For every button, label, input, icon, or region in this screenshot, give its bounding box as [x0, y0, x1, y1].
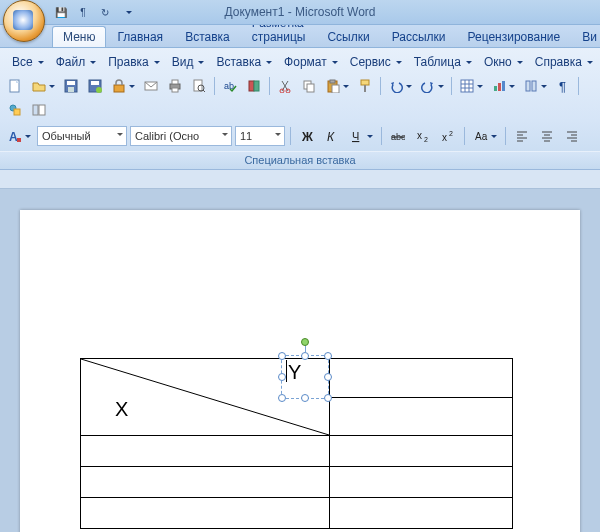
resize-handle-sw[interactable] — [278, 394, 286, 402]
paste-button[interactable] — [322, 75, 352, 97]
table-cell[interactable] — [81, 498, 330, 529]
research-button[interactable] — [243, 75, 265, 97]
table-cell[interactable] — [330, 467, 513, 498]
print-preview-button[interactable] — [188, 75, 210, 97]
menu-file[interactable]: Файл — [50, 53, 103, 71]
insert-table-button[interactable] — [456, 75, 486, 97]
doc-map-button[interactable] — [28, 99, 50, 121]
table-header-cell[interactable]: X Y — [81, 359, 330, 436]
open-button[interactable] — [28, 75, 58, 97]
page[interactable]: X Y — [20, 210, 580, 532]
new-doc-button[interactable] — [4, 75, 26, 97]
insert-chart-button[interactable] — [488, 75, 518, 97]
table-cell[interactable] — [330, 436, 513, 467]
ribbon: Все Файл Правка Вид Вставка Формат Серви… — [0, 48, 600, 170]
menu-help[interactable]: Справка — [529, 53, 599, 71]
resize-handle-w[interactable] — [278, 373, 286, 381]
separator — [380, 77, 381, 95]
drawing-button[interactable] — [4, 99, 26, 121]
pilcrow-icon[interactable]: ¶ — [74, 3, 92, 21]
standard-toolbar: ab ¶ — [0, 73, 600, 123]
print-button[interactable] — [164, 75, 186, 97]
styles-button[interactable]: A — [4, 125, 34, 147]
svg-rect-23 — [330, 80, 335, 83]
qat-customize-dropdown[interactable] — [118, 3, 136, 21]
permission-button[interactable] — [108, 75, 138, 97]
tab-insert[interactable]: Вставка — [174, 26, 241, 47]
svg-rect-26 — [364, 85, 366, 92]
tab-home[interactable]: Главная — [106, 26, 174, 47]
mail-button[interactable] — [140, 75, 162, 97]
change-case-button[interactable]: Aa — [470, 125, 500, 147]
menu-window[interactable]: Окно — [478, 53, 529, 71]
copy-button[interactable] — [298, 75, 320, 97]
save-as-button[interactable] — [84, 75, 106, 97]
font-combo[interactable]: Calibri (Осно — [130, 126, 232, 146]
spellcheck-button[interactable]: ab — [219, 75, 241, 97]
resize-handle-ne[interactable] — [324, 352, 332, 360]
align-center-button[interactable] — [536, 125, 558, 147]
svg-text:A: A — [9, 130, 18, 143]
svg-rect-2 — [67, 81, 75, 85]
style-combo[interactable]: Обычный — [37, 126, 127, 146]
document-table[interactable]: X Y — [80, 358, 513, 529]
tab-view[interactable]: Ви — [571, 26, 600, 47]
window-title: Документ1 - Microsoft Word — [224, 5, 375, 19]
resize-handle-n[interactable] — [301, 352, 309, 360]
rotation-handle[interactable] — [301, 338, 309, 346]
tab-references[interactable]: Ссылки — [316, 26, 380, 47]
svg-rect-41 — [39, 105, 45, 115]
text-cursor — [286, 360, 287, 382]
ribbon-group-caption: Специальная вставка — [0, 151, 600, 169]
resize-handle-se[interactable] — [324, 394, 332, 402]
subscript-button[interactable]: x2 — [412, 125, 434, 147]
redo-button[interactable] — [417, 75, 447, 97]
bold-button[interactable]: Ж — [296, 125, 318, 147]
svg-rect-7 — [114, 85, 124, 92]
svg-rect-24 — [332, 85, 339, 93]
table-cell[interactable] — [330, 397, 513, 436]
menu-edit[interactable]: Правка — [102, 53, 166, 71]
save-icon[interactable]: 💾 — [52, 3, 70, 21]
svg-rect-39 — [14, 109, 20, 115]
menu-table[interactable]: Таблица — [408, 53, 478, 71]
classic-menubar: Все Файл Правка Вид Вставка Формат Серви… — [0, 51, 600, 73]
tab-review[interactable]: Рецензирование — [457, 26, 572, 47]
table-cell[interactable] — [81, 467, 330, 498]
align-left-button[interactable] — [511, 125, 533, 147]
svg-line-14 — [203, 90, 205, 92]
resize-handle-s[interactable] — [301, 394, 309, 402]
strikethrough-button[interactable]: abє — [387, 125, 409, 147]
tab-mailings[interactable]: Рассылки — [381, 26, 457, 47]
tab-menu[interactable]: Меню — [52, 26, 106, 47]
save-button[interactable] — [60, 75, 82, 97]
table-cell[interactable] — [81, 436, 330, 467]
separator — [269, 77, 270, 95]
menu-format[interactable]: Формат — [278, 53, 344, 71]
underline-button[interactable]: Ч — [346, 125, 376, 147]
columns-button[interactable] — [520, 75, 550, 97]
redo-icon[interactable]: ↻ — [96, 3, 114, 21]
menu-all[interactable]: Все — [6, 53, 50, 71]
table-cell[interactable] — [330, 498, 513, 529]
table-cell[interactable] — [330, 359, 513, 398]
ruler[interactable] — [0, 170, 600, 189]
resize-handle-e[interactable] — [324, 373, 332, 381]
svg-text:2: 2 — [424, 136, 428, 143]
size-combo[interactable]: 11 — [235, 126, 285, 146]
format-painter-button[interactable] — [354, 75, 376, 97]
cut-button[interactable] — [274, 75, 296, 97]
svg-rect-35 — [526, 81, 530, 91]
undo-button[interactable] — [385, 75, 415, 97]
textbox-selected[interactable]: Y — [281, 355, 329, 399]
svg-rect-10 — [172, 80, 178, 84]
office-button[interactable] — [3, 0, 45, 42]
menu-tools[interactable]: Сервис — [344, 53, 408, 71]
italic-button[interactable]: К — [321, 125, 343, 147]
menu-insert[interactable]: Вставка — [210, 53, 278, 71]
align-right-button[interactable] — [561, 125, 583, 147]
superscript-button[interactable]: x2 — [437, 125, 459, 147]
resize-handle-nw[interactable] — [278, 352, 286, 360]
menu-view[interactable]: Вид — [166, 53, 211, 71]
show-all-button[interactable]: ¶ — [552, 75, 574, 97]
